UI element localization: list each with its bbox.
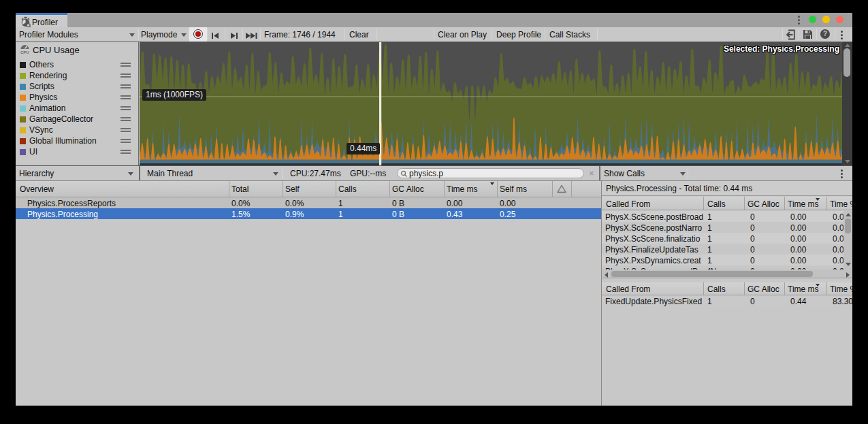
svg-text:CPU: CPU (20, 50, 29, 54)
